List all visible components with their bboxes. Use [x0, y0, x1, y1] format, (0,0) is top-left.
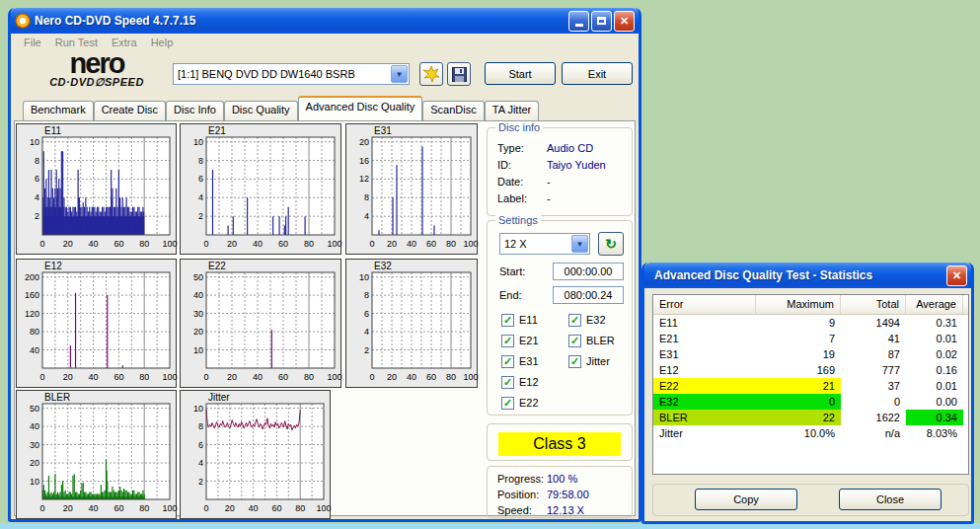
chevron-down-icon[interactable]: ▼: [391, 65, 408, 83]
svg-text:0: 0: [369, 239, 374, 249]
table-row[interactable]: E121697770.16: [653, 362, 968, 378]
chevron-down-icon[interactable]: ▼: [571, 235, 588, 253]
svg-text:E32: E32: [374, 261, 392, 271]
table-row[interactable]: Jitter10.0%n/a8.03%: [653, 425, 968, 441]
column-header-total[interactable]: Total: [841, 295, 906, 314]
svg-text:2: 2: [198, 477, 203, 487]
svg-text:100: 100: [162, 503, 177, 513]
svg-text:8: 8: [198, 421, 203, 431]
progress-value: 12.13 X: [547, 504, 622, 516]
checkbox-e32[interactable]: ✓: [568, 314, 581, 327]
checkbox-e21[interactable]: ✓: [501, 335, 514, 347]
table-row[interactable]: E32000.00: [653, 394, 968, 410]
svg-text:40: 40: [30, 421, 39, 431]
dialog-close-button[interactable]: ✕: [946, 265, 967, 286]
minimize-icon: [575, 24, 583, 27]
tab-scandisc[interactable]: ScanDisc: [422, 101, 484, 120]
table-cell: 0.02: [906, 346, 963, 362]
table-cell: E21: [653, 331, 756, 346]
menu-file[interactable]: File: [17, 37, 48, 48]
svg-text:40: 40: [193, 290, 203, 300]
checkbox-e11[interactable]: ✓: [501, 314, 514, 327]
nero-logo: nero CD·DVD∅SPEED: [23, 50, 171, 89]
tab-create-disc[interactable]: Create Disc: [94, 101, 166, 120]
svg-text:4: 4: [198, 458, 203, 468]
minimize-button[interactable]: [568, 11, 589, 32]
checkbox-label-e21: E21: [519, 335, 539, 346]
dialog-titlebar[interactable]: Advanced Disc Quality Test - Statistics …: [644, 263, 971, 288]
svg-text:80: 80: [139, 372, 149, 382]
checkbox-label-e31: E31: [519, 355, 539, 367]
table-row[interactable]: E3119870.02: [653, 346, 968, 362]
table-cell: 9: [756, 315, 841, 331]
svg-text:4: 4: [364, 211, 369, 221]
refresh-button[interactable]: ↻: [598, 232, 624, 256]
table-row[interactable]: E217410.01: [653, 331, 968, 346]
svg-text:40: 40: [253, 372, 263, 382]
svg-text:16: 16: [359, 156, 369, 166]
exit-button[interactable]: Exit: [562, 62, 633, 85]
column-header-average[interactable]: Average: [906, 295, 963, 314]
svg-text:2: 2: [198, 211, 203, 221]
checkbox-e31[interactable]: ✓: [501, 355, 514, 368]
main-titlebar[interactable]: Nero CD-DVD Speed 4.7.7.15 ✕: [11, 8, 639, 34]
svg-text:100: 100: [162, 239, 177, 249]
progress-label: Speed:: [497, 504, 532, 516]
close-button[interactable]: ✕: [614, 11, 635, 32]
checkbox-e12[interactable]: ✓: [501, 376, 514, 389]
save-button[interactable]: [447, 62, 471, 86]
disc-info-row: Type:Audio CD: [497, 142, 624, 156]
table-row[interactable]: E11914940.31: [653, 315, 968, 331]
column-header-error[interactable]: Error: [653, 295, 756, 314]
tab-disc-info[interactable]: Disc Info: [166, 101, 224, 120]
drive-select[interactable]: [1:1] BENQ DVD DD DW1640 BSRB ▼: [173, 63, 410, 85]
disc-info-row: ID:Taiyo Yuden: [497, 159, 624, 173]
svg-text:6: 6: [198, 440, 203, 450]
start-button[interactable]: Start: [485, 62, 556, 85]
menu-run-test[interactable]: Run Test: [48, 37, 105, 48]
checkbox-label-e22: E22: [519, 397, 539, 409]
start-position-field[interactable]: 000:00.00: [553, 263, 624, 280]
svg-text:6: 6: [35, 174, 39, 184]
dialog-title: Advanced Disc Quality Test - Statistics: [654, 268, 946, 282]
svg-text:100: 100: [327, 239, 341, 249]
speed-select[interactable]: 12 X ▼: [499, 233, 590, 255]
svg-text:20: 20: [63, 239, 73, 249]
svg-text:12: 12: [359, 174, 369, 184]
menu-extra[interactable]: Extra: [105, 37, 144, 48]
spark-button[interactable]: [419, 62, 443, 86]
svg-text:40: 40: [89, 239, 99, 249]
chart-e12: 4080120160200020406080100E12: [16, 259, 177, 388]
chart-e22: 1020304050020406080100E22: [180, 259, 341, 388]
svg-text:0: 0: [39, 372, 44, 382]
end-position-field[interactable]: 080:00.24: [553, 286, 624, 304]
app-icon: [15, 13, 31, 29]
svg-text:20: 20: [225, 503, 235, 513]
column-header-maximum[interactable]: Maximum: [756, 295, 841, 314]
svg-text:40: 40: [249, 503, 259, 513]
checkbox-e22[interactable]: ✓: [501, 397, 514, 410]
quality-class-badge: Class 3: [498, 432, 621, 456]
table-cell: 87: [841, 346, 906, 362]
table-cell: 169: [756, 362, 841, 378]
table-row[interactable]: E2221370.01: [653, 378, 968, 394]
close-dialog-button[interactable]: Close: [839, 489, 942, 510]
tab-benchmark[interactable]: Benchmark: [23, 101, 94, 120]
table-cell: 0.34: [906, 410, 963, 425]
svg-text:8: 8: [35, 156, 39, 166]
svg-text:80: 80: [139, 503, 149, 513]
tab-ta-jitter[interactable]: TA Jitter: [485, 101, 540, 120]
svg-text:80: 80: [295, 503, 305, 513]
copy-button[interactable]: Copy: [695, 489, 797, 510]
tab-disc-quality[interactable]: Disc Quality: [224, 101, 298, 120]
start-position-row: Start: 000:00.00: [499, 263, 624, 280]
menu-help[interactable]: Help: [144, 37, 181, 48]
checkbox-bler[interactable]: ✓: [568, 335, 581, 347]
end-position-row: End: 080:00.24: [499, 286, 624, 304]
disc-info-label: Date:: [497, 176, 523, 188]
maximize-button[interactable]: [591, 11, 612, 32]
svg-text:60: 60: [271, 503, 281, 513]
tab-advanced-disc-quality[interactable]: Advanced Disc Quality: [298, 96, 423, 120]
table-row[interactable]: BLER2216220.34: [653, 410, 968, 425]
checkbox-jitter[interactable]: ✓: [568, 355, 581, 368]
